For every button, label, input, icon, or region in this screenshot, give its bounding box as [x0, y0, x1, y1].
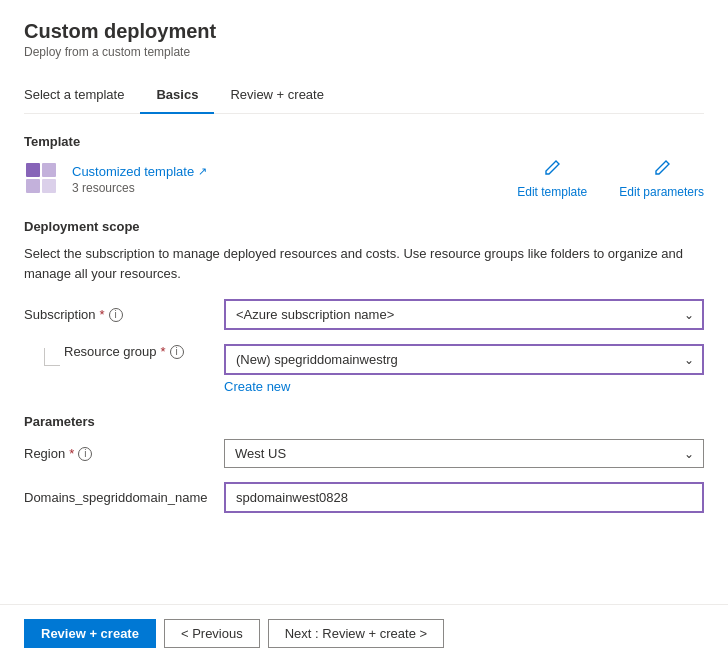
edit-template-icon: [543, 159, 561, 181]
template-section: Template Customized templat: [24, 134, 704, 199]
parameters-section: Parameters Region * i West US ⌄: [24, 414, 704, 513]
parameters-heading: Parameters: [24, 414, 704, 429]
subscription-control: <Azure subscription name> ⌄: [224, 299, 704, 330]
svg-rect-3: [42, 179, 56, 193]
resource-group-label: Resource group * i: [64, 344, 184, 359]
svg-rect-0: [26, 163, 40, 177]
main-content: Custom deployment Deploy from a custom t…: [0, 0, 728, 604]
subscription-dropdown-wrapper: <Azure subscription name> ⌄: [224, 299, 704, 330]
template-section-heading: Template: [24, 134, 704, 149]
domains-field: Domains_spegriddomain_name: [24, 482, 704, 513]
region-required: *: [69, 446, 74, 461]
review-create-button[interactable]: Review + create: [24, 619, 156, 648]
tab-review-create[interactable]: Review + create: [214, 79, 340, 114]
page-title: Custom deployment: [24, 20, 704, 43]
resource-group-dropdown[interactable]: (New) spegriddomainwestrg: [224, 344, 704, 375]
previous-button[interactable]: < Previous: [164, 619, 260, 648]
resource-group-row: Resource group * i (New) spegriddomainwe…: [24, 344, 704, 394]
next-button[interactable]: Next : Review + create >: [268, 619, 444, 648]
template-info: Customized template ↗ 3 resources: [72, 164, 207, 195]
edit-parameters-icon: [653, 159, 671, 181]
region-info-icon[interactable]: i: [78, 447, 92, 461]
domains-label: Domains_spegriddomain_name: [24, 490, 224, 505]
tab-select-template[interactable]: Select a template: [24, 79, 140, 114]
scope-heading: Deployment scope: [24, 219, 704, 234]
subscription-field: Subscription * i <Azure subscription nam…: [24, 299, 704, 330]
template-resources: 3 resources: [72, 181, 207, 195]
domains-control: [224, 482, 704, 513]
svg-rect-2: [26, 179, 40, 193]
template-actions: Edit template Edit parameters: [517, 159, 704, 199]
region-field: Region * i West US ⌄: [24, 439, 704, 468]
subscription-label: Subscription * i: [24, 307, 224, 322]
resource-group-control: (New) spegriddomainwestrg ⌄ Create new: [224, 344, 704, 394]
edit-template-button[interactable]: Edit template: [517, 159, 587, 199]
resource-group-indent: Resource group * i: [24, 344, 224, 366]
scope-description: Select the subscription to manage deploy…: [24, 244, 704, 283]
template-icon: [24, 161, 60, 197]
rg-border-line: [44, 348, 60, 366]
create-new-link[interactable]: Create new: [224, 379, 704, 394]
resource-group-info-icon[interactable]: i: [170, 345, 184, 359]
region-control: West US ⌄: [224, 439, 704, 468]
subscription-required: *: [100, 307, 105, 322]
scope-section: Deployment scope Select the subscription…: [24, 219, 704, 394]
external-link-icon: ↗: [198, 165, 207, 178]
domains-input[interactable]: [224, 482, 704, 513]
template-row: Customized template ↗ 3 resources Ed: [24, 159, 704, 199]
region-dropdown-wrapper: West US ⌄: [224, 439, 704, 468]
region-dropdown[interactable]: West US: [224, 439, 704, 468]
template-link[interactable]: Customized template ↗: [72, 164, 207, 179]
subscription-info-icon[interactable]: i: [109, 308, 123, 322]
tabs-container: Select a template Basics Review + create: [24, 79, 704, 114]
tab-basics[interactable]: Basics: [140, 79, 214, 114]
page-subtitle: Deploy from a custom template: [24, 45, 704, 59]
region-label: Region * i: [24, 446, 224, 461]
page-container: Custom deployment Deploy from a custom t…: [0, 0, 728, 662]
edit-parameters-button[interactable]: Edit parameters: [619, 159, 704, 199]
subscription-dropdown[interactable]: <Azure subscription name>: [224, 299, 704, 330]
bottom-bar: Review + create < Previous Next : Review…: [0, 604, 728, 662]
resource-group-dropdown-wrapper: (New) spegriddomainwestrg ⌄: [224, 344, 704, 375]
resource-group-required: *: [161, 344, 166, 359]
svg-rect-1: [42, 163, 56, 177]
template-left: Customized template ↗ 3 resources: [24, 161, 207, 197]
